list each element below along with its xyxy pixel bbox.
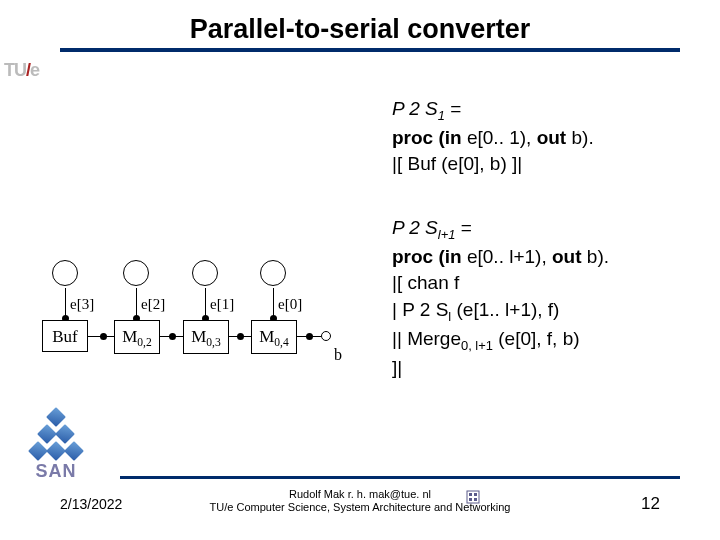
l4-head: | P 2 S	[392, 299, 448, 320]
out-kw: out	[537, 127, 572, 148]
l5-tail: (e[0], f, b)	[493, 328, 580, 349]
label-e1: e[1]	[210, 296, 234, 313]
m04-m: M	[259, 327, 274, 346]
m03-sub: 0,3	[206, 336, 220, 349]
diamond-icon	[28, 441, 48, 461]
dot-h2	[169, 333, 176, 340]
footer-mini-icon	[466, 490, 480, 504]
footer-center: Rudolf Mak r. h. mak@tue. nl TU/e Comput…	[180, 488, 540, 514]
spec-block-1: P 2 S1 = proc (in e[0.. 1), out b). |[ B…	[392, 96, 594, 178]
bottom-rule	[120, 476, 680, 479]
node-e3	[52, 260, 78, 286]
san-text: SAN	[22, 461, 90, 482]
spec1-body: |[ Buf (e[0], b) ]|	[392, 153, 522, 174]
svg-rect-4	[474, 498, 477, 501]
diamond-icon	[46, 407, 66, 427]
proc2-kw: proc (in	[392, 246, 467, 267]
proc-arg1: e[0.. 1),	[467, 127, 537, 148]
spec-block-2: P 2 Sl+1 = proc (in e[0.. l+1), out b). …	[392, 215, 609, 381]
tue-logo: TU/e	[4, 60, 39, 81]
tue-t: TU	[4, 60, 26, 80]
node-e2	[123, 260, 149, 286]
proc2-arg2: b).	[587, 246, 609, 267]
p2s2-head: P 2 S	[392, 217, 438, 238]
tue-e: e	[30, 60, 39, 80]
m02-m: M	[122, 327, 137, 346]
l5-sub: 0, l+1	[461, 338, 493, 353]
footer-line2: TU/e Computer Science, System Architectu…	[180, 501, 540, 514]
m03-m: M	[191, 327, 206, 346]
label-e3: e[3]	[70, 296, 94, 313]
svg-rect-1	[469, 493, 472, 496]
out-b-circ	[321, 331, 331, 341]
diamond-icon	[64, 441, 84, 461]
chan-f: f	[454, 272, 459, 293]
box-m03: M0,3	[183, 320, 229, 354]
p2s1-eq: =	[445, 98, 461, 119]
l5-head: || Merge	[392, 328, 461, 349]
p2s1-sub: 1	[438, 108, 445, 123]
proc2-arg1: e[0.. l+1),	[467, 246, 552, 267]
page-number: 12	[641, 494, 660, 514]
slide-title: Parallel-to-serial converter	[0, 0, 720, 51]
label-b: b	[334, 346, 342, 364]
spec2-close: ]|	[392, 357, 402, 378]
box-m02: M0,2	[114, 320, 160, 354]
label-e2: e[2]	[141, 296, 165, 313]
top-rule	[60, 48, 680, 52]
p2s2-sub: l+1	[438, 227, 456, 242]
p2s2-eq: =	[455, 217, 471, 238]
proc-kw: proc (in	[392, 127, 467, 148]
svg-rect-3	[469, 498, 472, 501]
m02-sub: 0,2	[137, 336, 151, 349]
node-e1	[192, 260, 218, 286]
box-buf: Buf	[42, 320, 88, 352]
diamond-icon	[46, 441, 66, 461]
diamond-icon	[55, 424, 75, 444]
dot-h1	[100, 333, 107, 340]
diamond-icon	[37, 424, 57, 444]
svg-rect-0	[467, 491, 479, 503]
l4-tail: (e[1.. l+1), f)	[451, 299, 559, 320]
san-logo: SAN	[22, 410, 90, 482]
dot-h3	[237, 333, 244, 340]
m04-sub: 0,4	[274, 336, 288, 349]
node-e0	[260, 260, 286, 286]
diagram: e[3] e[2] e[1] e[0] Buf M0,2 M0,3 M0,4 b	[40, 260, 358, 370]
proc-arg2: b).	[571, 127, 593, 148]
svg-rect-2	[474, 493, 477, 496]
chan-open: |[ chan	[392, 272, 454, 293]
dot-h4	[306, 333, 313, 340]
out2-kw: out	[552, 246, 587, 267]
p2s1-head: P 2 S	[392, 98, 438, 119]
label-e0: e[0]	[278, 296, 302, 313]
box-m04: M0,4	[251, 320, 297, 354]
footer-line1: Rudolf Mak r. h. mak@tue. nl	[180, 488, 540, 501]
footer-date: 2/13/2022	[60, 496, 122, 512]
